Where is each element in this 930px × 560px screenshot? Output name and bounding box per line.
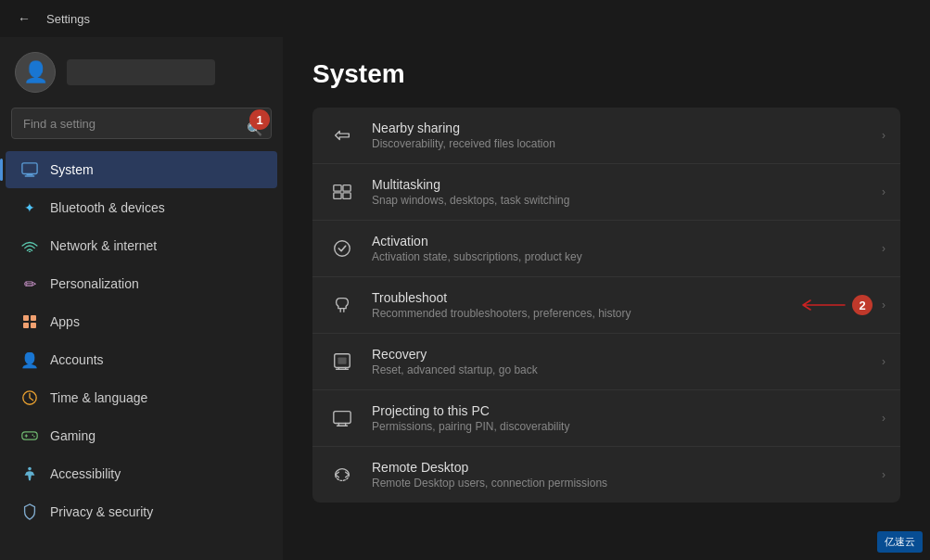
svg-rect-23 — [338, 357, 346, 363]
sidebar-item-accessibility[interactable]: Accessibility — [6, 455, 277, 492]
projecting-icon — [327, 403, 357, 433]
avatar[interactable]: 👤 — [15, 52, 56, 93]
gaming-icon — [20, 426, 39, 445]
sidebar-item-network-label: Network & internet — [50, 238, 157, 253]
sidebar-item-privacy[interactable]: Privacy & security — [6, 493, 277, 530]
sidebar-item-bluetooth[interactable]: ✦ Bluetooth & devices — [6, 189, 277, 226]
settings-item-troubleshoot[interactable]: Troubleshoot Recommended troubleshooters… — [312, 277, 900, 334]
projecting-title: Projecting to this PC — [372, 403, 867, 418]
privacy-icon — [20, 503, 39, 521]
projecting-arrow: › — [882, 412, 885, 425]
search-container: 🔍 1 — [0, 104, 283, 150]
network-icon — [20, 236, 39, 255]
nearby-sharing-desc: Discoverability, received files location — [372, 137, 867, 150]
multitasking-text: Multitasking Snap windows, desktops, tas… — [372, 177, 867, 207]
time-icon — [20, 388, 39, 407]
multitasking-title: Multitasking — [372, 177, 867, 192]
svg-point-14 — [28, 467, 32, 471]
projecting-desc: Permissions, pairing PIN, discoverabilit… — [372, 420, 867, 433]
sidebar-item-accessibility-label: Accessibility — [50, 466, 121, 481]
activation-text: Activation Activation state, subscriptio… — [372, 234, 867, 263]
remote-desktop-icon — [327, 460, 357, 490]
accessibility-icon — [20, 465, 39, 483]
svg-rect-1 — [26, 174, 32, 176]
sidebar-item-gaming-label: Gaming — [50, 428, 96, 443]
svg-point-12 — [32, 434, 33, 436]
settings-item-nearby-sharing[interactable]: Nearby sharing Discoverability, received… — [312, 108, 900, 164]
sidebar-item-apps-label: Apps — [50, 314, 80, 329]
multitasking-icon — [327, 177, 357, 207]
titlebar: ← Settings — [0, 0, 930, 37]
svg-rect-5 — [31, 315, 36, 321]
settings-item-recovery[interactable]: Recovery Reset, advanced startup, go bac… — [312, 334, 900, 390]
troubleshoot-title: Troubleshoot — [372, 290, 867, 305]
annotation-arrow-2 — [794, 296, 849, 314]
activation-desc: Activation state, subscriptions, product… — [372, 250, 867, 263]
sidebar-item-bluetooth-label: Bluetooth & devices — [50, 200, 165, 215]
remote-desktop-desc: Remote Desktop users, connection permiss… — [372, 477, 867, 490]
system-icon — [20, 160, 39, 179]
sidebar-item-time[interactable]: Time & language — [6, 379, 277, 416]
nearby-sharing-title: Nearby sharing — [372, 121, 867, 135]
svg-rect-17 — [334, 193, 341, 198]
main-content: System Nearby sharing Discoverability, r… — [283, 37, 930, 560]
svg-rect-15 — [334, 185, 341, 191]
troubleshoot-icon — [327, 290, 357, 320]
svg-rect-24 — [334, 412, 350, 424]
personalization-icon: ✏ — [20, 274, 39, 293]
troubleshoot-text: Troubleshoot Recommended troubleshooters… — [372, 290, 867, 320]
user-section: 👤 — [0, 37, 283, 104]
settings-item-multitasking[interactable]: Multitasking Snap windows, desktops, tas… — [312, 164, 900, 221]
svg-point-19 — [335, 241, 350, 257]
svg-rect-16 — [343, 185, 350, 191]
activation-icon — [327, 234, 357, 263]
sidebar-item-personalization-label: Personalization — [50, 276, 139, 291]
recovery-desc: Reset, advanced startup, go back — [372, 363, 867, 376]
remote-desktop-text: Remote Desktop Remote Desktop users, con… — [372, 460, 867, 490]
annotation-badge-2: 2 — [852, 295, 873, 315]
sidebar-item-personalization[interactable]: ✏ Personalization — [6, 265, 277, 302]
sidebar-item-privacy-label: Privacy & security — [50, 504, 153, 519]
svg-rect-0 — [22, 163, 37, 174]
svg-rect-9 — [22, 432, 37, 439]
sidebar-item-time-label: Time & language — [50, 390, 147, 405]
troubleshoot-arrow: › — [882, 299, 885, 312]
sidebar-item-accounts-label: Accounts — [50, 352, 104, 367]
nearby-sharing-arrow: › — [882, 129, 885, 142]
annotation-badge-1: 1 — [249, 109, 270, 130]
svg-rect-18 — [343, 193, 350, 198]
nearby-sharing-icon — [327, 121, 357, 150]
activation-title: Activation — [372, 234, 867, 248]
sidebar-nav: System ✦ Bluetooth & devices Network & i… — [0, 150, 283, 531]
settings-item-activation[interactable]: Activation Activation state, subscriptio… — [312, 221, 900, 277]
accounts-icon: 👤 — [20, 350, 39, 369]
activation-arrow: › — [882, 242, 885, 255]
sidebar-item-network[interactable]: Network & internet — [6, 227, 277, 264]
settings-item-projecting[interactable]: Projecting to this PC Permissions, pairi… — [312, 390, 900, 447]
svg-point-3 — [29, 251, 32, 252]
nearby-sharing-text: Nearby sharing Discoverability, received… — [372, 121, 867, 150]
recovery-icon — [327, 347, 357, 376]
remote-desktop-title: Remote Desktop — [372, 460, 867, 475]
sidebar-item-apps[interactable]: Apps — [6, 303, 277, 340]
sidebar-item-system[interactable]: System — [6, 151, 277, 188]
multitasking-arrow: › — [882, 185, 885, 198]
apps-icon — [20, 312, 39, 331]
bluetooth-icon: ✦ — [20, 198, 39, 217]
troubleshoot-desc: Recommended troubleshooters, preferences… — [372, 307, 867, 320]
back-button[interactable]: ← — [11, 6, 37, 32]
multitasking-desc: Snap windows, desktops, task switching — [372, 194, 867, 207]
svg-rect-6 — [23, 323, 29, 328]
settings-item-remote-desktop[interactable]: Remote Desktop Remote Desktop users, con… — [312, 447, 900, 503]
projecting-text: Projecting to this PC Permissions, pairi… — [372, 403, 867, 433]
search-input[interactable] — [11, 108, 272, 139]
settings-list: Nearby sharing Discoverability, received… — [312, 108, 900, 503]
user-name-box — [67, 59, 215, 85]
sidebar-item-gaming[interactable]: Gaming — [6, 417, 277, 454]
sidebar: 👤 🔍 1 System — [0, 37, 283, 560]
sidebar-item-system-label: System — [50, 162, 94, 177]
remote-desktop-arrow: › — [882, 468, 885, 481]
sidebar-item-accounts[interactable]: 👤 Accounts — [6, 341, 277, 378]
avatar-icon: 👤 — [23, 60, 48, 84]
recovery-arrow: › — [882, 355, 885, 368]
